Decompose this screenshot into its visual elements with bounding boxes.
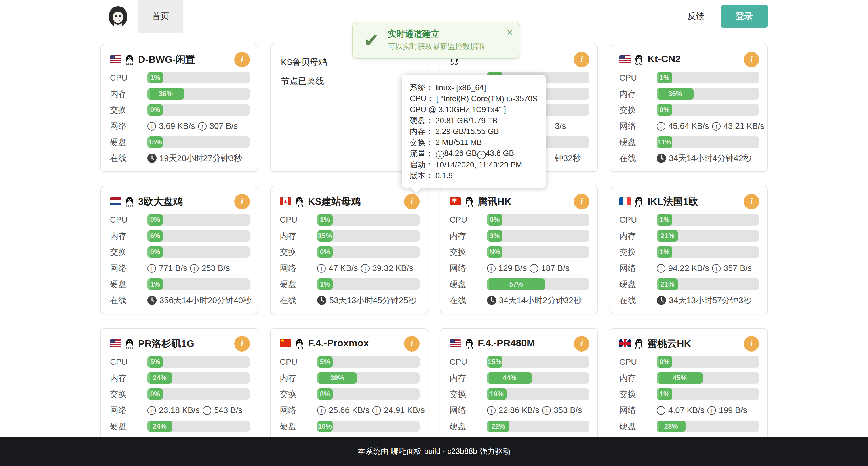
disk-label: 硬盘 [619, 137, 657, 147]
toast-message: 可以实时获取最新监控数据啦 [388, 41, 506, 52]
upload-icon: ↑ [530, 264, 538, 272]
disk-bar-fill: 11% [657, 136, 672, 148]
tooltip-traffic-down: 84.26 GB [444, 149, 477, 158]
feedback-link[interactable]: 反馈 [687, 11, 705, 22]
info-icon[interactable]: i [744, 336, 759, 351]
disk-bar-value: 15% [148, 138, 162, 146]
cpu-bar-value: 15% [488, 358, 502, 366]
tooltip-field-label: 启动： [410, 161, 433, 169]
server-card-header: F.4.-PR480Mi [450, 337, 589, 351]
cpu-bar-value: 1% [150, 74, 160, 82]
upload-icon: ↑ [190, 264, 198, 272]
online-label: 在线 [110, 153, 147, 164]
net-label: 网络 [619, 405, 657, 415]
online-duration: 356天14小时20分钟40秒 [159, 295, 251, 306]
mem-row: 内存21% [619, 230, 759, 242]
swap-label: 交换 [450, 389, 487, 400]
mem-bar-fill: 6% [147, 230, 163, 242]
flag-us-icon [110, 339, 121, 347]
swap-bar: 0% [317, 246, 420, 258]
cpu-row: CPU5% [110, 356, 250, 368]
mem-row: 内存39% [280, 372, 420, 384]
disk-label: 硬盘 [110, 137, 147, 147]
server-card: D-BWG-闲置iCPU1%内存36%交换0%网络↓3.69 KB/s↑307 … [100, 44, 258, 172]
clock-icon [657, 296, 666, 305]
cpu-bar-fill: 5% [317, 356, 333, 368]
net-down-value: 129 B/s [498, 264, 527, 273]
tooltip-field-label: 硬盘： [410, 116, 433, 125]
server-card: 腾讯HKiCPU0%内存3%交换N%网络↓129 B/s↑187 B/s硬盘57… [440, 186, 598, 314]
net-value: 3/s [555, 122, 566, 131]
server-name: 蜜桃云HK [648, 337, 744, 350]
server-card-header: D-BWG-闲置i [110, 52, 250, 66]
disk-label: 硬盘 [280, 279, 317, 290]
online-row: 在线356天14小时20分钟40秒 [110, 295, 250, 306]
mem-label: 内存 [450, 372, 487, 384]
mem-bar-fill: 24% [147, 372, 172, 384]
server-name: D-BWG-闲置 [138, 53, 234, 66]
login-button[interactable]: 登录 [721, 5, 768, 28]
net-up-value: 24.91 KB/s [384, 406, 425, 415]
server-card-header: Kt-CN2i [619, 52, 759, 66]
info-icon[interactable]: i [234, 194, 250, 209]
cpu-bar-fill: 1% [317, 214, 333, 226]
flag-ca-icon [280, 197, 291, 205]
site-logo-avatar[interactable] [106, 4, 130, 29]
info-icon[interactable]: i [574, 194, 589, 209]
net-row: 网络↓129 B/s↑187 B/s [450, 262, 589, 274]
tux-linux-icon [634, 54, 644, 65]
footer-panel-link[interactable]: 哪吒面板 build · c23b88b [391, 446, 477, 457]
upload-icon: ↑ [542, 406, 551, 414]
cpu-bar: 5% [147, 356, 250, 368]
swap-bar-fill: 1% [657, 246, 672, 258]
disk-bar-fill: 22% [487, 421, 509, 432]
server-name: IKL法国1欧 [648, 195, 744, 208]
server-card: 3欧大盘鸡iCPU0%内存6%交换0%网络↓771 B/s↑253 B/s硬盘1… [100, 186, 258, 314]
disk-label: 硬盘 [450, 421, 487, 432]
nav-tab-home[interactable]: 首页 [138, 0, 183, 33]
net-up-value: 43.21 KB/s [723, 122, 765, 131]
clock-icon [657, 154, 666, 163]
offline-status-text: 节点已离线 [281, 76, 420, 87]
net-down-value: 4.07 KB/s [668, 406, 705, 415]
tux-linux-icon [634, 338, 644, 349]
swap-label: 交换 [619, 389, 657, 400]
online-row: 在线53天13小时45分钟25秒 [280, 295, 420, 306]
net-row: 网络↓23.18 KB/s↑543 B/s [110, 404, 250, 416]
info-icon[interactable]: i [404, 336, 420, 351]
mem-label: 内存 [619, 88, 657, 99]
online-duration: 34天13小时57分钟3秒 [669, 295, 751, 306]
toast-close-icon[interactable]: ✕ [506, 28, 513, 37]
cpu-bar: 15% [487, 356, 589, 368]
info-icon[interactable]: i [234, 52, 250, 67]
mem-bar: 24% [147, 372, 250, 384]
disk-row: 硬盘15% [110, 136, 250, 148]
upload-icon: ↑ [707, 406, 716, 414]
disk-bar: 21% [657, 278, 759, 290]
mem-bar: 15% [317, 230, 420, 242]
swap-row: 交换1% [619, 246, 759, 258]
cpu-row: CPU1% [619, 214, 759, 226]
tooltip-row: 启动：10/14/2020, 11:49:29 PM [410, 159, 537, 170]
cpu-label: CPU [110, 215, 147, 224]
disk-label: 硬盘 [110, 279, 147, 290]
info-icon[interactable]: i [574, 336, 589, 351]
swap-label: 交换 [110, 104, 147, 115]
info-icon[interactable]: i [744, 194, 759, 209]
mem-bar-fill: 15% [317, 230, 333, 242]
online-label: 在线 [280, 295, 317, 306]
info-icon[interactable]: i [574, 52, 589, 67]
tooltip-row: 版本：0.1.9 [410, 170, 537, 181]
mem-bar-value: 21% [660, 232, 674, 240]
net-value: ↓4.07 KB/s↑199 B/s [657, 406, 747, 415]
swap-bar-value: 1% [660, 248, 670, 256]
net-row: 网络↓4.07 KB/s↑199 B/s [619, 404, 759, 416]
info-icon[interactable]: i [234, 336, 250, 351]
cpu-bar-value: 1% [660, 74, 670, 82]
online-duration: 19天20小时27分钟3秒 [159, 153, 242, 164]
info-icon[interactable]: i [744, 52, 759, 67]
net-up-value: 353 B/s [554, 406, 582, 415]
info-icon[interactable]: i [404, 194, 420, 209]
net-up-value: 187 B/s [541, 264, 569, 273]
net-row: 网络↓25.66 KB/s↑24.91 KB/s [280, 404, 420, 416]
